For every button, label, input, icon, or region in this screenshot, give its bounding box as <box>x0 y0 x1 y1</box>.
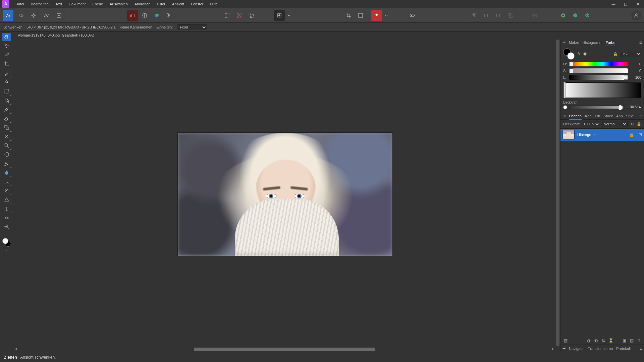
tool-marquee[interactable] <box>2 87 11 95</box>
sync-refresh-button[interactable] <box>582 10 593 21</box>
tool-history-brush[interactable] <box>2 150 11 159</box>
gradient-preview[interactable] <box>563 82 641 98</box>
persona-develop-button[interactable] <box>28 10 39 21</box>
foreground-color-swatch[interactable] <box>2 238 8 244</box>
toggle-ui-button[interactable] <box>407 10 418 21</box>
layer-livefilter-icon[interactable]: ⌛ <box>608 338 614 343</box>
tool-eraser[interactable] <box>2 114 11 122</box>
arrange-front-button[interactable] <box>469 10 479 21</box>
tool-crop[interactable] <box>2 60 11 68</box>
tool-blur[interactable] <box>2 169 11 177</box>
layers-menu-icon[interactable]: ≡ <box>639 113 642 119</box>
persona-liquify-button[interactable] <box>15 10 26 21</box>
layer-editlock-icon[interactable]: ▧ <box>562 338 569 343</box>
primary-color-swatch[interactable] <box>567 52 575 60</box>
sat-slider[interactable] <box>569 68 628 73</box>
menu-text[interactable]: Text <box>52 0 65 8</box>
canvas-area[interactable]: ◄ ► <box>13 39 560 352</box>
tool-smudge[interactable] <box>2 178 11 186</box>
menu-anordnen[interactable]: Anordnen <box>131 0 154 8</box>
hue-value[interactable]: 0 <box>630 62 641 66</box>
persona-photo-button[interactable] <box>3 10 13 21</box>
tool-flood-fill[interactable] <box>2 96 11 104</box>
menu-filter[interactable]: Filter <box>154 0 169 8</box>
scroll-left-icon[interactable]: ◄ <box>13 347 18 352</box>
eyedropper-icon[interactable]: ✎ <box>577 52 581 56</box>
persona-export-button[interactable] <box>54 10 64 21</box>
tool-flood-select[interactable] <box>2 78 11 86</box>
crop-button[interactable] <box>343 10 354 21</box>
menu-fenster[interactable]: Fenster <box>187 0 207 8</box>
tool-redeye[interactable] <box>2 187 11 195</box>
tool-color-picker[interactable] <box>2 51 11 59</box>
layer-blend-select[interactable]: Normal <box>602 121 628 127</box>
bottom-menu-icon[interactable]: ≡ <box>640 347 642 351</box>
hue-slider[interactable] <box>569 62 628 66</box>
opacity-slider[interactable] <box>569 106 623 109</box>
document-tab[interactable]: woman-1919143_640.jpg [Geändert] (100,0%… <box>15 32 98 39</box>
tool-shapes[interactable] <box>2 196 11 204</box>
link-button[interactable] <box>530 10 540 21</box>
auto-contrast-button[interactable] <box>139 10 150 21</box>
assistant-dropdown[interactable] <box>383 10 389 21</box>
tool-view-hand[interactable] <box>2 33 11 41</box>
layer-row[interactable]: Hintergrund 🔒 ☑ <box>560 129 644 141</box>
quick-mask-dropdown[interactable] <box>286 10 292 21</box>
swap-colors-icon[interactable] <box>2 248 11 252</box>
tool-move[interactable] <box>2 42 11 50</box>
layer-mask-icon[interactable]: ◑ <box>586 338 592 343</box>
tab-stock[interactable]: Stock <box>603 112 613 120</box>
panel-pin-icon[interactable]: ⇥ <box>562 40 566 45</box>
color-lock-icon[interactable]: 🔒 <box>613 52 618 56</box>
menu-ebene[interactable]: Ebene <box>89 0 106 8</box>
layers-pin-icon[interactable]: ⇥ <box>562 114 566 118</box>
menu-bearbeiten[interactable]: Bearbeiten <box>28 0 52 8</box>
menu-hilfe[interactable]: Hilfe <box>207 0 221 8</box>
layer-thumbnail[interactable] <box>562 130 575 139</box>
canvas-scrollbar-vertical[interactable] <box>555 39 560 347</box>
tab-navigator[interactable]: Navigator <box>569 347 585 351</box>
light-value[interactable]: 100 <box>630 75 641 79</box>
tab-protokoll[interactable]: Protokoll <box>616 347 631 351</box>
arrange-backward-button[interactable] <box>493 10 503 21</box>
tab-farbe[interactable]: Farbe <box>606 39 615 46</box>
tool-inpaint[interactable] <box>2 132 11 140</box>
canvas-scrollbar-horizontal[interactable]: ◄ ► <box>13 347 555 352</box>
layer-fx-icon[interactable]: fx <box>600 338 606 343</box>
window-maximize-icon[interactable]: ▢ <box>620 1 631 7</box>
color-mode-select[interactable]: HSL <box>620 51 641 57</box>
auto-levels-button[interactable] <box>127 10 138 21</box>
menu-ansicht[interactable]: Ansicht <box>169 0 187 8</box>
layer-visibility-checkbox[interactable]: ☑ <box>639 133 642 137</box>
tab-ebenen[interactable]: Ebenen <box>569 112 582 120</box>
persona-tone-button[interactable] <box>41 10 52 21</box>
auto-whitebalance-button[interactable] <box>163 10 174 21</box>
tool-selection-brush[interactable] <box>2 69 11 77</box>
light-slider[interactable] <box>569 75 628 80</box>
menu-dokument[interactable]: Dokument <box>65 0 89 8</box>
tool-text[interactable] <box>2 205 11 213</box>
layer-opacity-select[interactable]: 100 % <box>582 121 600 127</box>
tool-zoom[interactable] <box>2 223 11 231</box>
tool-clone[interactable] <box>2 123 11 131</box>
auto-colors-button[interactable] <box>151 10 162 21</box>
layer-delete-icon[interactable]: 🗑 <box>636 338 642 343</box>
sync-new-button[interactable] <box>558 10 569 21</box>
bottom-pin-icon[interactable]: ⇥ <box>562 346 566 351</box>
arrange-forward-button[interactable] <box>481 10 491 21</box>
toggle-grid-button[interactable] <box>355 10 366 21</box>
layer-group-icon[interactable]: ▣ <box>621 338 627 343</box>
eyedrop-sample-swatch[interactable] <box>583 52 587 56</box>
scroll-right-icon[interactable]: ► <box>551 347 555 352</box>
opacity-value[interactable]: 100 % ▸ <box>625 105 641 109</box>
tab-kan[interactable]: Kan <box>585 112 592 120</box>
document-image[interactable] <box>178 133 392 256</box>
tab-histogramm[interactable]: Histogramm <box>583 39 602 46</box>
arrange-back-button[interactable] <box>505 10 516 21</box>
invert-select-button[interactable] <box>246 10 257 21</box>
context-units-select[interactable]: Pixel <box>177 24 207 30</box>
menu-auswaehlen[interactable]: Auswählen <box>106 0 131 8</box>
layer-adjust-icon[interactable]: ◐ <box>593 338 599 343</box>
sat-value[interactable]: 0 <box>630 69 641 73</box>
window-minimize-icon[interactable]: — <box>608 1 619 7</box>
